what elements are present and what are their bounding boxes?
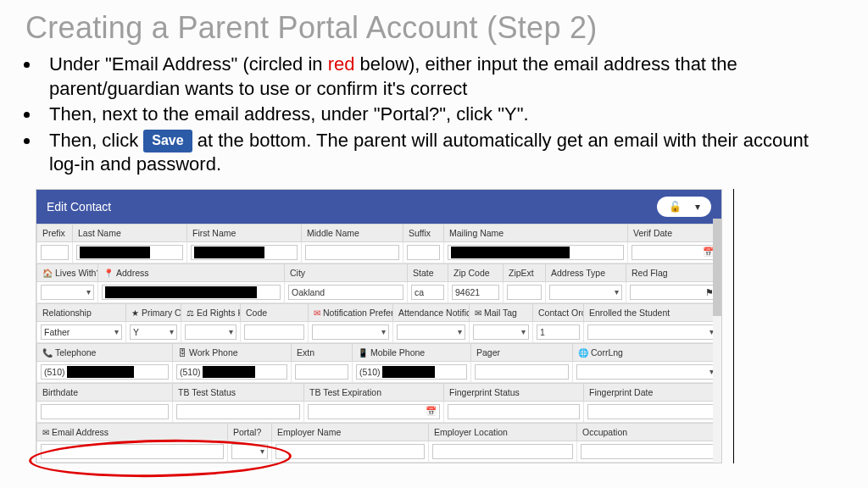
bullet-1-text-a: Under "Email Address" (circled in <box>49 53 328 75</box>
calendar-icon[interactable]: 📅 <box>426 406 437 417</box>
zipext-input[interactable] <box>507 285 542 300</box>
lbl-verifdate: Verif Date <box>628 224 721 241</box>
form-row-6: ✉Email Address Portal? Employer Name Emp… <box>36 423 721 463</box>
employer-input[interactable] <box>275 444 425 459</box>
extn-input[interactable] <box>295 364 348 380</box>
lbl-tbexp: TB Test Expiration <box>304 383 444 401</box>
redacted <box>203 366 255 378</box>
fpdate-input[interactable] <box>587 404 717 419</box>
redacted <box>80 247 150 258</box>
tbstatus-input[interactable] <box>176 404 300 419</box>
lbl-primary: ★Primary Contact <box>126 303 181 321</box>
primary-select[interactable]: Y <box>130 324 177 340</box>
form-row-4: 📞Telephone 🗄Work Phone Extn 📱Mobile Phon… <box>36 343 721 383</box>
lbl-address: 📍Address <box>98 263 285 281</box>
form-header-title: Edit Contact <box>47 200 111 214</box>
lbl-email: ✉Email Address <box>37 423 228 441</box>
liveswith-select[interactable] <box>41 285 94 300</box>
verifdate-input[interactable]: 📅 <box>632 245 717 260</box>
code-input[interactable] <box>244 324 304 340</box>
lbl-relationship: Relationship <box>37 303 126 321</box>
telephone-input[interactable]: (510) <box>41 364 169 380</box>
lbl-addrtype: Address Type <box>546 263 626 281</box>
bullet-1-red-word: red <box>328 53 355 75</box>
lbl-city: City <box>285 263 408 281</box>
form-row-2: 🏠Lives With? 📍Address City State Zip Cod… <box>36 263 721 303</box>
tbexp-input[interactable]: 📅 <box>308 404 440 419</box>
relationship-select[interactable]: Father <box>41 324 122 340</box>
zip-input[interactable]: 94621 <box>452 285 499 300</box>
header-controls[interactable]: 🔓 ▾ <box>657 197 711 217</box>
lbl-emploc: Employer Location <box>429 423 577 441</box>
order-input[interactable]: 1 <box>537 324 580 340</box>
instruction-list: Under "Email Address" (circled in red be… <box>41 53 843 177</box>
notification-icon: ✉ <box>314 308 320 318</box>
lbl-portal: Portal? <box>228 423 272 441</box>
form-row-5: Birthdate TB Test Status TB Test Expirat… <box>36 383 721 423</box>
lbl-occupation: Occupation <box>577 423 721 441</box>
lbl-liveswith: 🏠Lives With? <box>37 263 98 281</box>
mailingname-input[interactable] <box>448 245 624 260</box>
addrtype-select[interactable] <box>549 285 622 300</box>
fpstatus-input[interactable] <box>448 404 580 419</box>
envelope-icon: ✉ <box>42 428 49 437</box>
redflag-input[interactable]: ⚑ <box>630 285 717 300</box>
emploc-input[interactable] <box>432 444 573 459</box>
lastname-input[interactable] <box>76 245 183 260</box>
star-icon: ★ <box>131 308 139 318</box>
lbl-redflag: Red Flag <box>626 263 721 281</box>
lbl-birthdate: Birthdate <box>37 383 173 401</box>
mailtag-select[interactable] <box>473 324 529 340</box>
scrollbar-thumb[interactable] <box>713 219 721 316</box>
birthdate-input[interactable] <box>41 404 169 419</box>
mobile-icon: 📱 <box>358 348 368 358</box>
lbl-firstname: First Name <box>187 224 302 241</box>
lbl-tbstatus: TB Test Status <box>173 383 304 401</box>
lbl-notif: ✉Notification Preferences <box>309 303 393 321</box>
address-input[interactable] <box>102 285 281 300</box>
attnotif-select[interactable] <box>397 324 465 340</box>
redacted <box>105 286 257 298</box>
pager-input[interactable] <box>475 364 569 380</box>
briefcase-icon: 🗄 <box>178 348 186 358</box>
lbl-code: Code <box>241 303 309 321</box>
save-button-inline: Save <box>143 130 192 152</box>
bullet-2: Then, next to the email address, under "… <box>41 103 843 127</box>
city-input[interactable]: Oakland <box>288 285 403 300</box>
notif-select[interactable] <box>312 324 389 340</box>
lbl-edrights: ⚖Ed Rights Holder? <box>181 303 241 321</box>
bullet-3-text-a: Then, click <box>49 130 143 151</box>
workphone-input[interactable]: (510) <box>176 364 287 380</box>
edrights-select[interactable] <box>185 324 236 340</box>
form-row-1: Prefix Last Name First Name Middle Name … <box>36 224 721 263</box>
occupation-input[interactable] <box>581 444 717 459</box>
corrlng-select[interactable] <box>576 364 717 380</box>
enrolled-select[interactable] <box>587 324 717 340</box>
portal-select[interactable] <box>231 444 268 459</box>
globe-icon: 🌐 <box>578 348 588 358</box>
form-row-3: Relationship ★Primary Contact ⚖Ed Rights… <box>36 303 721 343</box>
lbl-mobile: 📱Mobile Phone <box>353 343 471 361</box>
lbl-suffix: Suffix <box>403 224 444 241</box>
phone-icon: 📞 <box>42 348 53 358</box>
scale-icon: ⚖ <box>186 308 194 318</box>
email-input[interactable] <box>41 444 224 459</box>
suffix-input[interactable] <box>407 245 440 260</box>
firstname-input[interactable] <box>191 245 298 260</box>
lbl-state: State <box>408 263 448 281</box>
chevron-down-icon[interactable]: ▾ <box>695 201 700 213</box>
lbl-corrlng: 🌐CorrLng <box>573 343 721 361</box>
home-icon: 🏠 <box>42 269 53 278</box>
lbl-middlename: Middle Name <box>302 224 403 241</box>
vertical-scrollbar[interactable] <box>713 219 721 463</box>
form-header-bar: Edit Contact 🔓 ▾ <box>36 190 721 224</box>
unlock-icon[interactable]: 🔓 <box>669 201 682 213</box>
lbl-pager: Pager <box>471 343 573 361</box>
mobile-input[interactable]: (510) <box>356 364 467 380</box>
middlename-input[interactable] <box>305 245 399 260</box>
state-input[interactable]: ca <box>411 285 444 300</box>
prefix-input[interactable] <box>41 245 69 260</box>
lbl-attnotif: Attendance Notification <box>393 303 470 321</box>
lbl-employer: Employer Name <box>272 423 429 441</box>
mail-icon: ✉ <box>475 308 481 318</box>
